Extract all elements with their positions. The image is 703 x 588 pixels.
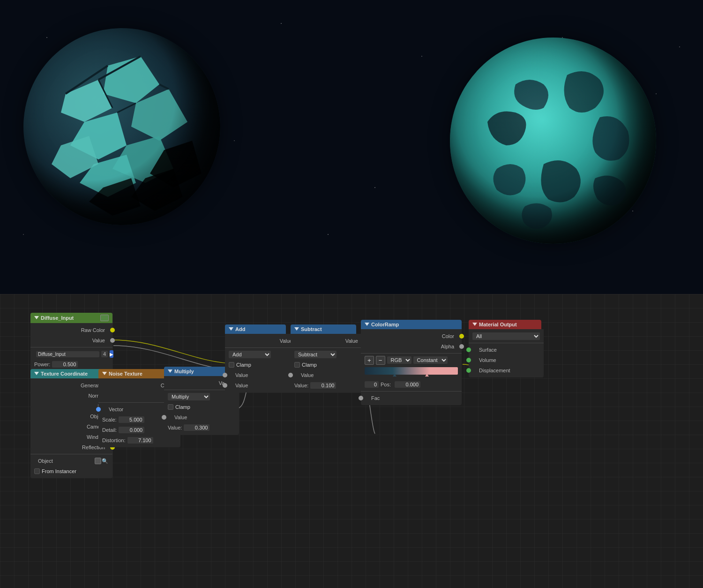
- multiply-title: Multiply: [174, 369, 194, 374]
- multiply-operation-select[interactable]: Multiply Add: [168, 393, 210, 400]
- distortion-input[interactable]: [127, 437, 153, 444]
- add-node[interactable]: Add Value Add Clamp Value: [225, 324, 286, 392]
- multiply-value-field-label: Value:: [168, 425, 182, 430]
- multiply-value-in-row: Value: [164, 412, 239, 422]
- detail-input[interactable]: [119, 427, 144, 433]
- multiply-value-input[interactable]: [184, 424, 209, 431]
- ramp-interpolation-select[interactable]: RGB: [387, 356, 411, 364]
- surface-row: Surface: [469, 345, 544, 355]
- from-instancer-checkbox[interactable]: [34, 468, 40, 474]
- noise-vector-socket-in[interactable]: [96, 407, 101, 412]
- material-output-node[interactable]: Material Output All Cycles EEVEE Surface…: [469, 320, 541, 377]
- output-target-row: All Cycles EEVEE: [469, 331, 544, 341]
- add-clamp-checkbox[interactable]: [229, 362, 234, 368]
- volume-socket-in[interactable]: [466, 358, 471, 362]
- distortion-label: Distortion:: [102, 437, 126, 443]
- svg-point-17: [23, 28, 220, 225]
- reflection-label: Reflection: [34, 445, 109, 450]
- ramp-alpha-socket-out[interactable]: [459, 344, 464, 349]
- color-ramp-header[interactable]: ColorRamp: [361, 320, 462, 329]
- normal-label: Normal: [34, 393, 109, 399]
- subtract-value-field-label: Value:: [294, 383, 308, 388]
- multiply-value-in-socket[interactable]: [162, 415, 166, 420]
- output-collapse-icon: [472, 323, 477, 326]
- add-title: Add: [235, 326, 245, 332]
- color-ramp-node[interactable]: ColorRamp Color Alpha + − RGB Constant: [361, 320, 462, 405]
- subtract-header[interactable]: Subtract: [291, 324, 356, 334]
- subtract-value-input[interactable]: [310, 382, 336, 389]
- output-target-select[interactable]: All Cycles EEVEE: [472, 332, 540, 340]
- ramp-color-out-row: Color: [361, 331, 462, 341]
- ramp-stop-left[interactable]: [393, 374, 396, 377]
- displacement-socket-in[interactable]: [466, 368, 471, 373]
- ramp-fac-label: Fac: [365, 395, 458, 401]
- object-label: Object: [34, 414, 109, 419]
- ramp-color-socket-out[interactable]: [459, 334, 464, 339]
- add-value-out-label: Value: [229, 338, 296, 344]
- detail-label: Detail:: [102, 427, 117, 433]
- add-clamp-label: Clamp: [236, 362, 251, 368]
- diffuse-input-header[interactable]: Diffuse_Input: [30, 313, 112, 323]
- value-socket-out[interactable]: [110, 338, 115, 343]
- object-picker-icon[interactable]: 🔍: [101, 457, 109, 465]
- raw-color-row: Raw Color: [30, 325, 112, 335]
- subtract-value-in-socket[interactable]: [288, 373, 293, 377]
- subtract-clamp-checkbox[interactable]: [294, 362, 300, 368]
- subtract-operation-select[interactable]: Subtract: [294, 351, 337, 358]
- name-row: 4 ▶: [30, 349, 112, 359]
- texcoord-collapse-icon: [34, 372, 39, 376]
- add-value2-in-row: Value: [225, 380, 300, 391]
- generated-label: Generated: [34, 383, 109, 388]
- ramp-fac-socket-in[interactable]: [359, 396, 363, 400]
- planet-left: [23, 28, 220, 225]
- multiply-clamp-checkbox[interactable]: [168, 404, 173, 410]
- svg-point-19: [450, 38, 656, 244]
- window-label: Window: [34, 434, 109, 440]
- subtract-op-row: Subtract: [291, 349, 366, 360]
- subtract-collapse-icon: [294, 327, 299, 331]
- diffuse-input-node[interactable]: Diffuse_Input Raw Color Value 4 ▶ Power:: [30, 313, 112, 371]
- add-value2-in-label: Value: [229, 383, 296, 388]
- diffuse-name-input[interactable]: [36, 351, 99, 357]
- raw-color-label: Raw Color: [34, 327, 109, 333]
- planet-right: [450, 38, 656, 244]
- blue-arrow-icon[interactable]: ▶: [110, 350, 113, 358]
- ramp-remove-button[interactable]: −: [376, 356, 385, 365]
- multiply-value-in-label: Value: [168, 415, 235, 420]
- displacement-row: Displacement: [469, 365, 544, 376]
- value-row: Value: [30, 335, 112, 346]
- ramp-stop-index[interactable]: [365, 381, 379, 388]
- object-color-swatch[interactable]: [95, 458, 101, 464]
- scale-input[interactable]: [119, 416, 144, 423]
- ramp-stop-right[interactable]: [425, 374, 429, 377]
- material-output-body: All Cycles EEVEE Surface Volume Displace…: [469, 329, 544, 377]
- diffuse-input-body: Raw Color Value 4 ▶ Power:: [30, 323, 112, 371]
- subtract-clamp-label: Clamp: [302, 362, 317, 368]
- add-value-in-socket[interactable]: [223, 373, 227, 377]
- render-viewport: [0, 0, 703, 294]
- material-output-header[interactable]: Material Output: [469, 320, 541, 329]
- ramp-add-button[interactable]: +: [365, 356, 374, 365]
- object-field-label: Object: [34, 458, 95, 464]
- raw-color-socket-out[interactable]: [110, 328, 115, 332]
- multiply-clamp-row: Clamp: [164, 402, 239, 412]
- add-value-in-label: Value: [229, 372, 296, 378]
- value-label: Value: [34, 338, 109, 343]
- add-header[interactable]: Add: [225, 324, 286, 334]
- add-operation-select[interactable]: Add: [229, 351, 271, 358]
- surface-socket-in[interactable]: [466, 347, 471, 352]
- multiply-collapse-icon: [168, 369, 172, 373]
- subtract-node[interactable]: Subtract Value Subtract Clamp Value: [291, 324, 356, 392]
- subtract-title: Subtract: [301, 326, 322, 332]
- displacement-label: Displacement: [472, 368, 540, 373]
- ramp-gradient-bar[interactable]: [365, 367, 458, 375]
- ramp-mode-select[interactable]: Constant Linear: [413, 356, 448, 364]
- ramp-alpha-out-row: Alpha: [361, 341, 462, 352]
- collapse-arrow-icon: [34, 316, 39, 320]
- ramp-color-out-label: Color: [365, 333, 458, 339]
- power-input[interactable]: [52, 361, 78, 368]
- colorramp-collapse-icon: [365, 323, 369, 326]
- ramp-pos-input[interactable]: [395, 381, 420, 388]
- add-value2-in-socket[interactable]: [223, 383, 227, 388]
- ramp-controls-row: + − RGB Constant Linear: [361, 355, 462, 365]
